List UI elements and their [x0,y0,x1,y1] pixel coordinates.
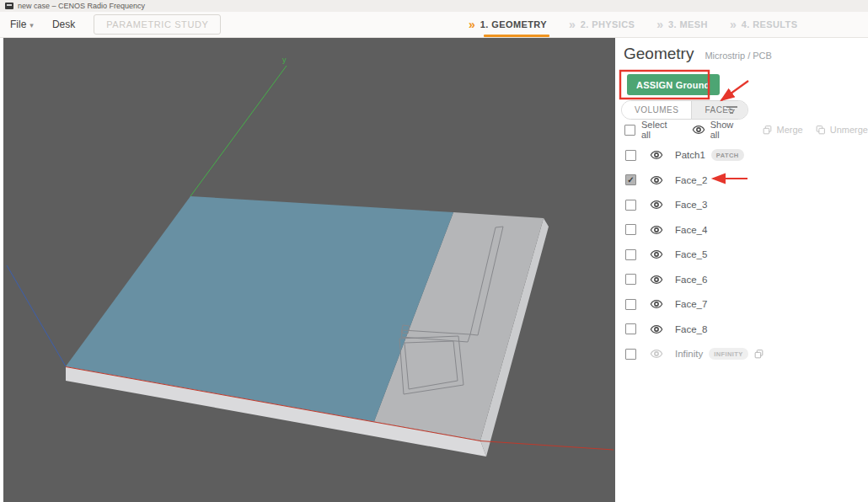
face-label: Face_4 [675,225,707,235]
eye-icon[interactable] [650,198,663,211]
face-label: Face_2 [675,175,707,185]
y-axis-label: y [282,56,287,64]
face-label: Infinity [675,349,703,359]
list-item-face_5: Face_5 [615,245,868,264]
face-label: Face_8 [675,324,707,334]
list-item-face_8: Face_8 [615,320,868,339]
type-badge: INFINITY [709,348,747,360]
row-checkbox[interactable] [625,249,636,260]
list-item-infinity: InfinityINFINITY [615,344,868,363]
eye-icon[interactable] [650,148,663,162]
double-chevron-icon: » [469,19,475,30]
list-item-face_4: Face_4 [615,221,868,239]
face-label: Face_7 [675,299,707,309]
workflow-step-label: 2. PHYSICS [581,19,635,29]
menu-desk[interactable]: Desk [52,19,75,30]
double-chevron-icon: » [656,19,663,30]
merge-icon[interactable] [753,349,764,360]
list-item-face_6: Face_6 [615,270,868,289]
list-item-patch1: Patch1PATCH [615,146,868,164]
menubar: File ▾ Desk PARAMETRIC STUDY »1. GEOMETR… [0,12,868,38]
eye-icon[interactable] [650,273,663,286]
row-checkbox[interactable] [625,349,636,360]
face-label: Face_3 [675,200,707,210]
eye-icon[interactable] [650,347,663,360]
row-checkbox[interactable] [625,274,636,285]
row-checkbox[interactable] [625,150,636,161]
workflow-step-physics[interactable]: »2. PHYSICS [569,12,635,37]
menu-file[interactable]: File ▾ [10,19,34,30]
workflow-steps: »1. GEOMETRY»2. PHYSICS»3. MESH»4. RESUL… [469,12,797,37]
workflow-step-results[interactable]: »4. RESULTS [730,12,798,37]
workflow-step-label: 4. RESULTS [742,19,798,29]
workflow-step-mesh[interactable]: »3. MESH [656,12,708,37]
row-checkbox[interactable] [625,174,636,185]
row-checkbox[interactable] [625,224,636,235]
list-item-face_3: Face_3 [615,195,868,214]
list-item-face_2: Face_2 [615,171,868,190]
geometry-panel: Geometry Microstrip / PCB ASSIGN Ground … [615,38,868,502]
workflow-step-label: 3. MESH [668,19,708,29]
double-chevron-icon: » [730,19,737,30]
eye-icon[interactable] [650,323,663,336]
face-label: Face_5 [675,249,707,259]
list-item-face_7: Face_7 [615,295,868,313]
row-checkbox[interactable] [625,200,636,211]
eye-icon[interactable] [650,297,663,311]
app-icon [5,3,13,9]
row-checkbox[interactable] [625,299,636,310]
eye-icon[interactable] [650,223,663,237]
eye-icon[interactable] [650,248,663,261]
face-label: Face_6 [675,275,707,285]
row-checkbox[interactable] [625,323,636,334]
window-titlebar: new case – CENOS Radio Frequency [0,0,868,12]
viewport-3d-scene: y [0,38,615,502]
viewport-3d[interactable]: y [0,38,615,502]
window-title: new case – CENOS Radio Frequency [18,2,145,10]
eye-icon[interactable] [650,174,663,187]
chevron-down-icon: ▾ [29,21,34,29]
face-label: Patch1 [675,150,705,160]
parametric-study-button[interactable]: PARAMETRIC STUDY [94,14,221,35]
workflow-step-geometry[interactable]: »1. GEOMETRY [469,12,547,37]
workflow-step-label: 1. GEOMETRY [480,19,547,29]
type-badge: PATCH [711,149,744,161]
double-chevron-icon: » [569,19,576,30]
face-list: Patch1PATCHFace_2Face_3Face_4Face_5Face_… [615,38,868,502]
